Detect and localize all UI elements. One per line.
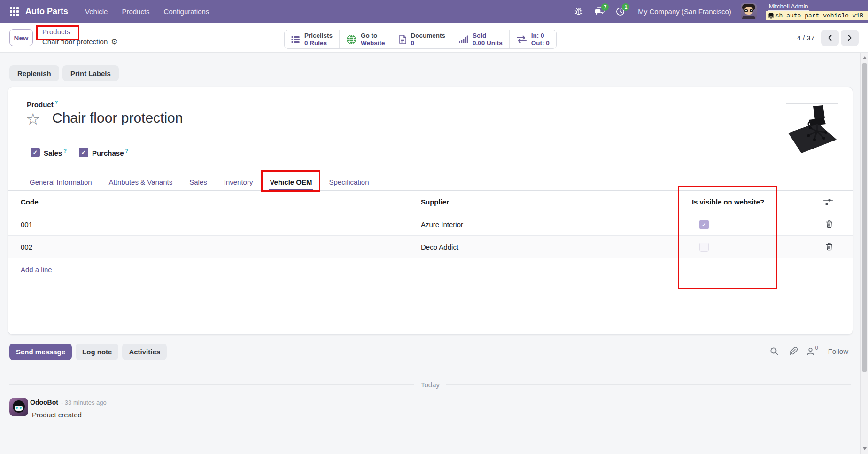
breadcrumb: Products Chair floor protection ⚙ — [42, 27, 118, 47]
attachment-paperclip-icon[interactable] — [788, 346, 798, 357]
navbar-systray: 7 1 My Company (San Francisco) Mitchell … — [573, 3, 868, 20]
delete-row-icon[interactable] — [825, 242, 834, 252]
help-mark: ? — [55, 100, 58, 105]
scroll-up-arrow-icon[interactable] — [863, 56, 867, 59]
activities-icon[interactable]: 1 — [614, 6, 626, 17]
apps-grid-icon[interactable] — [8, 5, 21, 18]
database-icon — [768, 13, 774, 19]
menu-configurations[interactable]: Configurations — [164, 8, 209, 16]
pager-previous-button[interactable] — [821, 30, 839, 46]
purchase-checkbox-box[interactable] — [79, 148, 88, 157]
chevron-right-icon — [847, 34, 852, 41]
table-header-row: Code Supplier Is visible on website? — [8, 191, 852, 213]
purchase-checkbox[interactable]: Purchase? — [79, 148, 128, 157]
product-field-label: Product? — [27, 100, 58, 109]
pricelist-icon — [291, 36, 300, 43]
message-header: OdooBot - 33 minutes ago — [30, 399, 107, 406]
vertical-scrollbar[interactable] — [860, 53, 868, 454]
table-row-2[interactable]: 002 Deco Addict — [8, 236, 852, 258]
cell-supplier[interactable]: Deco Addict — [421, 243, 678, 251]
tab-sales[interactable]: Sales — [188, 174, 208, 190]
tab-specification[interactable]: Specification — [328, 174, 370, 190]
visible-checkbox-unchecked[interactable] — [699, 243, 709, 252]
table-row-1[interactable]: 001 Azure Interior — [8, 213, 852, 236]
tab-attributes-variants[interactable]: Attributes & Variants — [108, 174, 174, 190]
pager: 4 / 37 — [797, 30, 859, 46]
cell-code[interactable]: 002 — [8, 243, 421, 251]
stat-button-sold[interactable]: Sold0.00 Units — [452, 30, 509, 48]
chatter-tools: 0 Follow — [769, 346, 848, 357]
messages-icon[interactable]: 7 — [594, 6, 605, 17]
scrollbar-thumb[interactable] — [862, 63, 867, 372]
add-a-line-link[interactable]: Add a line — [8, 266, 421, 274]
stat-button-documents[interactable]: Documents0 — [392, 30, 452, 48]
breadcrumb-products-link[interactable]: Products — [42, 27, 70, 37]
search-messages-icon[interactable] — [769, 346, 780, 357]
debug-bug-icon[interactable] — [573, 6, 584, 17]
menu-products[interactable]: Products — [122, 8, 149, 16]
tab-vehicle-oem[interactable]: Vehicle OEM — [269, 174, 313, 190]
visible-checkbox-checked[interactable] — [699, 220, 709, 229]
column-header-supplier[interactable]: Supplier — [421, 198, 678, 206]
optional-columns-icon[interactable] — [822, 197, 834, 207]
chair-mat-photo — [786, 104, 838, 156]
log-note-button[interactable]: Log note — [76, 344, 118, 360]
document-icon — [399, 35, 407, 44]
replenish-button[interactable]: Replenish — [9, 65, 59, 81]
delete-row-icon[interactable] — [825, 219, 834, 229]
messages-badge: 7 — [601, 3, 609, 11]
odoobot-avatar — [9, 398, 28, 416]
followers-icon[interactable]: 0 — [806, 347, 814, 355]
stat-button-in-out[interactable]: In: 0Out: 0 — [509, 30, 556, 48]
message-body: Product created — [32, 411, 82, 419]
message-timestamp: - 33 minutes ago — [61, 399, 107, 406]
new-button[interactable]: New — [9, 29, 33, 46]
breadcrumb-current: Chair floor protection — [42, 37, 108, 47]
message-author[interactable]: OdooBot — [30, 399, 58, 406]
favorite-star-icon[interactable] — [26, 111, 40, 127]
activities-button[interactable]: Activities — [122, 344, 167, 360]
app-name[interactable]: Auto Parts — [25, 7, 68, 16]
control-panel: New Products Chair floor protection ⚙ Pr… — [0, 23, 868, 53]
database-name: sh_auto_part_vehicle_v18 — [775, 12, 863, 19]
database-badge: sh_auto_part_vehicle_v18 — [766, 11, 868, 20]
activities-badge: 1 — [622, 3, 629, 11]
menu-vehicle[interactable]: Vehicle — [85, 8, 108, 16]
user-name[interactable]: Mitchell Admin — [768, 3, 809, 11]
followers-count: 0 — [815, 345, 818, 351]
tab-general-information[interactable]: General Information — [29, 174, 93, 190]
sales-checkbox-label: Sales? — [44, 148, 67, 157]
date-divider-label: Today — [421, 381, 440, 389]
print-labels-button[interactable]: Print Labels — [62, 65, 119, 81]
cell-code[interactable]: 001 — [8, 220, 421, 228]
top-navbar: Auto Parts Vehicle Products Configuratio… — [0, 0, 868, 23]
scroll-down-arrow-icon[interactable] — [863, 447, 867, 450]
pager-count: 4 / 37 — [797, 34, 814, 42]
cell-supplier[interactable]: Azure Interior — [421, 220, 678, 228]
stat-button-box: Pricelists0 Rules Go toWebsite Documents… — [284, 30, 557, 49]
notebook-tabs: General Information Attributes & Variant… — [8, 171, 852, 191]
tab-inventory[interactable]: Inventory — [223, 174, 254, 190]
stat-button-pricelists[interactable]: Pricelists0 Rules — [285, 30, 339, 48]
stat-button-go-to-website[interactable]: Go toWebsite — [339, 30, 392, 48]
sales-checkbox[interactable]: Sales? — [31, 148, 67, 157]
sales-checkbox-box[interactable] — [31, 148, 40, 157]
column-header-code[interactable]: Code — [8, 198, 421, 206]
purchase-checkbox-label: Purchase? — [92, 148, 128, 157]
follow-button[interactable]: Follow — [828, 347, 848, 355]
send-message-button[interactable]: Send message — [9, 344, 72, 360]
add-a-line-row: Add a line — [8, 258, 852, 281]
bar-chart-icon — [459, 35, 468, 43]
module-toggles: Sales? Purchase? — [31, 148, 128, 157]
vehicle-oem-table: Code Supplier Is visible on website? 001… — [8, 191, 852, 294]
user-avatar[interactable] — [741, 3, 757, 19]
globe-icon — [346, 34, 356, 45]
company-switcher[interactable]: My Company (San Francisco) — [638, 8, 731, 16]
pager-next-button[interactable] — [841, 30, 859, 46]
empty-table-row — [8, 281, 852, 294]
product-form-sheet: Product? Chair floor protection — [8, 87, 853, 335]
column-header-visible[interactable]: Is visible on website? — [678, 198, 778, 206]
product-title[interactable]: Chair floor protection — [52, 110, 183, 126]
gear-icon[interactable]: ⚙ — [111, 38, 117, 46]
product-image[interactable] — [786, 103, 838, 156]
